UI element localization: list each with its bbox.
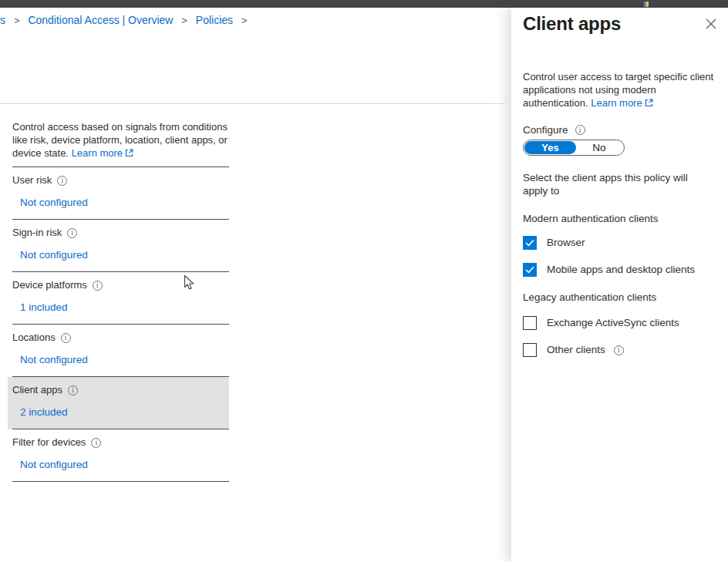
chevron-right-icon: > [14, 15, 20, 26]
info-icon[interactable]: i [91, 438, 101, 448]
checkbox-unchecked-icon[interactable] [523, 343, 537, 357]
condition-row-filter-for-devices[interactable]: Filter for devices i Not configured [12, 429, 229, 482]
close-button[interactable] [705, 18, 717, 30]
main-content: s > Conditional Access | Overview > Poli… [0, 8, 505, 562]
checkbox-row-mobile-apps[interactable]: Mobile apps and desktop clients [523, 263, 695, 277]
info-icon[interactable]: i [93, 281, 103, 291]
checkbox-row-other-clients[interactable]: Other clients i [523, 343, 624, 357]
learn-more-link[interactable]: Learn more [591, 97, 652, 109]
condition-value-link[interactable]: Not configured [20, 354, 88, 365]
condition-value-link[interactable]: 2 included [20, 406, 68, 418]
toggle-yes-button[interactable]: Yes [524, 141, 576, 154]
group-label-legacy-auth: Legacy authentication clients [523, 291, 656, 303]
condition-label: Filter for devices [12, 436, 86, 449]
condition-label: Locations [12, 331, 56, 344]
client-apps-panel: Client apps Control user access to targe… [511, 8, 728, 562]
conditions-intro: Control access based on signals from con… [12, 120, 229, 167]
condition-value-link[interactable]: Not configured [20, 197, 88, 208]
conditions-panel: Control access based on signals from con… [12, 120, 229, 482]
chevron-right-icon: > [241, 15, 248, 26]
topbar-icon-fragment [644, 2, 649, 7]
condition-row-user-risk[interactable]: User risk i Not configured [12, 167, 229, 220]
header-divider [0, 103, 505, 104]
info-icon[interactable]: i [61, 333, 71, 343]
checkbox-label: Browser [547, 236, 585, 250]
checkbox-checked-icon[interactable] [523, 263, 537, 277]
learn-more-link[interactable]: Learn more [72, 147, 133, 159]
condition-label: Client apps [12, 384, 62, 396]
condition-row-locations[interactable]: Locations i Not configured [12, 325, 229, 377]
condition-value-link[interactable]: Not configured [20, 249, 88, 261]
condition-value-link[interactable]: 1 included [20, 301, 68, 313]
condition-label: Device platforms [12, 279, 87, 291]
info-icon[interactable]: i [67, 228, 77, 238]
info-icon[interactable]: i [57, 176, 67, 186]
checkbox-label: Mobile apps and desktop clients [547, 263, 695, 277]
configure-label-row: Configure i [523, 124, 585, 136]
breadcrumb-item-policies[interactable]: Policies [196, 14, 233, 26]
info-icon[interactable]: i [614, 345, 624, 355]
top-bar [0, 0, 728, 8]
checkbox-row-exchange-activesync[interactable]: Exchange ActiveSync clients [523, 316, 679, 330]
group-label-modern-auth: Modern authentication clients [523, 213, 659, 224]
condition-value-link[interactable]: Not configured [20, 459, 88, 470]
breadcrumb-item-truncated[interactable]: s [0, 14, 5, 26]
condition-row-client-apps[interactable]: Client apps i 2 included [12, 377, 229, 429]
chevron-right-icon: > [181, 15, 187, 26]
select-prompt: Select the client apps this policy will … [523, 171, 712, 197]
checkbox-row-browser[interactable]: Browser [523, 236, 585, 250]
breadcrumb-item-conditional-access[interactable]: Conditional Access | Overview [28, 14, 173, 26]
toggle-no-button[interactable]: No [576, 141, 622, 154]
external-link-icon [125, 149, 133, 157]
checkbox-label: Other clients [547, 343, 605, 357]
checkbox-label: Exchange ActiveSync clients [547, 316, 679, 330]
panel-title: Client apps [523, 13, 621, 35]
checkbox-unchecked-icon[interactable] [523, 316, 537, 330]
external-link-icon [645, 99, 653, 107]
breadcrumb: s > Conditional Access | Overview > Poli… [0, 13, 253, 28]
condition-row-device-platforms[interactable]: Device platforms i 1 included [12, 272, 229, 325]
condition-row-sign-in-risk[interactable]: Sign-in risk i Not configured [12, 220, 229, 272]
info-icon[interactable]: i [575, 125, 585, 135]
condition-label: Sign-in risk [12, 227, 62, 239]
panel-description: Control user access to target specific c… [523, 70, 722, 109]
close-icon [706, 19, 716, 29]
checkbox-checked-icon[interactable] [523, 236, 537, 250]
info-icon[interactable]: i [68, 385, 78, 395]
condition-label: User risk [12, 174, 52, 187]
configure-toggle[interactable]: Yes No [523, 140, 625, 156]
configure-label: Configure [523, 124, 568, 136]
